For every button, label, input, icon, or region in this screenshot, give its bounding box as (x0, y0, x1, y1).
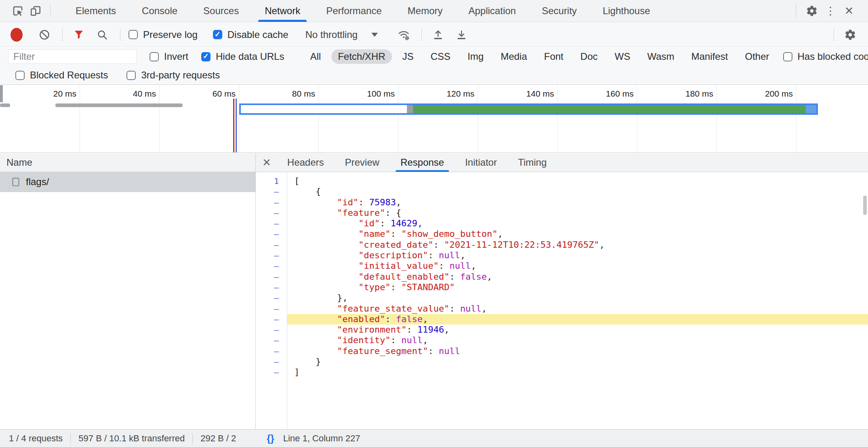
network-overview-timeline[interactable]: 20 ms 40 ms 60 ms 80 ms 100 ms 120 ms 14… (0, 85, 868, 153)
gutter-line-marker[interactable]: – (256, 314, 287, 325)
gear-icon (844, 29, 856, 41)
gutter-line-marker[interactable]: – (256, 218, 287, 229)
tab-lighthouse[interactable]: Lighthouse (600, 0, 652, 22)
request-row-flags[interactable]: flags/ (0, 172, 255, 192)
third-party-requests-checkbox[interactable]: 3rd-party requests (126, 70, 220, 81)
invert-label: Invert (164, 51, 188, 62)
disable-cache-checkbox[interactable]: Disable cache (213, 29, 289, 40)
filter-pill-media[interactable]: Media (494, 49, 533, 64)
blocked-requests-checkbox[interactable]: Blocked Requests (15, 70, 108, 81)
import-har-button[interactable] (430, 27, 446, 43)
gutter-line-marker[interactable]: – (256, 293, 287, 303)
tab-application[interactable]: Application (466, 0, 518, 22)
throttling-dropdown[interactable]: No throttling (305, 29, 377, 40)
gutter-line-marker[interactable]: – (256, 208, 287, 218)
vertical-scrollbar[interactable] (863, 196, 867, 215)
checkbox-unchecked (783, 52, 792, 61)
timeline-tick-label: 20 ms (28, 89, 76, 99)
inspect-element-button[interactable] (9, 2, 27, 20)
code-line: "feature": { (287, 208, 868, 218)
tab-preview[interactable]: Preview (343, 153, 382, 172)
divider (192, 433, 193, 444)
tab-initiator[interactable]: Initiator (463, 153, 499, 172)
timeline-tick-label: 200 ms (744, 89, 793, 99)
waterfall-segment-gray (407, 105, 413, 113)
timeline-gridline (637, 85, 637, 152)
hide-data-urls-checkbox[interactable]: Hide data URLs (201, 51, 284, 62)
tab-memory[interactable]: Memory (405, 0, 445, 22)
gutter-line-marker[interactable]: – (256, 282, 287, 293)
requests-panel: Name flags/ (0, 153, 256, 429)
filter-input[interactable] (8, 49, 137, 64)
filter-toggle-button[interactable] (71, 27, 87, 43)
filter-pill-fetch-xhr[interactable]: Fetch/XHR (331, 49, 392, 64)
filter-pill-css[interactable]: CSS (424, 49, 457, 64)
code-line: { (287, 186, 868, 197)
clear-icon (38, 29, 51, 41)
gutter-line-marker[interactable]: – (256, 325, 287, 335)
has-blocked-cookies-checkbox[interactable]: Has blocked cookies (783, 51, 868, 62)
tab-response[interactable]: Response (398, 153, 447, 172)
tab-timing[interactable]: Timing (516, 153, 549, 172)
tab-security[interactable]: Security (539, 0, 579, 22)
gutter-line-marker[interactable]: – (256, 197, 287, 208)
gutter-line-marker[interactable]: – (256, 272, 287, 282)
has-blocked-cookies-label: Has blocked cookies (798, 51, 868, 62)
status-bar: 1 / 4 requests 597 B / 10.1 kB transferr… (0, 429, 868, 447)
gutter-line-marker[interactable]: – (256, 240, 287, 250)
gutter-line-marker[interactable]: – (256, 346, 287, 356)
close-details-button[interactable]: ✕ (256, 156, 277, 169)
waterfall-bar-other[interactable] (55, 103, 183, 107)
waterfall-bar-selected[interactable] (239, 103, 818, 115)
code-line: "id": 14629, (287, 218, 868, 229)
clear-network-log-button[interactable] (36, 27, 53, 43)
preserve-log-checkbox[interactable]: Preserve log (129, 29, 198, 40)
gutter-line-marker[interactable]: – (256, 304, 287, 314)
close-devtools-button[interactable]: ✕ (840, 2, 858, 20)
tab-performance[interactable]: Performance (324, 0, 384, 22)
gutter-line-marker[interactable]: – (256, 250, 287, 261)
name-column-header[interactable]: Name (0, 153, 255, 172)
tab-network[interactable]: Network (262, 0, 303, 22)
more-options-button[interactable]: ⋮ (821, 2, 840, 20)
gutter-line-marker[interactable]: – (256, 261, 287, 271)
waterfall-bar-other[interactable] (0, 103, 10, 107)
checkbox-unchecked (126, 71, 136, 80)
response-body-view[interactable]: 1–––––––––––––––––– [ { "id": 75983, "fe… (256, 173, 868, 429)
timeline-tick-label: 120 ms (426, 89, 474, 99)
filter-pill-js[interactable]: JS (396, 49, 420, 64)
timeline-gridline (318, 85, 319, 152)
tab-console[interactable]: Console (139, 0, 180, 22)
tab-headers[interactable]: Headers (285, 153, 327, 172)
gutter-line-marker[interactable]: – (256, 229, 287, 239)
network-settings-button[interactable] (842, 27, 858, 43)
code-line: } (287, 356, 868, 367)
filter-pill-manifest[interactable]: Manifest (685, 49, 735, 64)
tab-sources[interactable]: Sources (201, 0, 241, 22)
invert-checkbox[interactable]: Invert (150, 51, 188, 62)
pretty-print-button[interactable]: {} (267, 433, 274, 444)
filter-pill-font[interactable]: Font (537, 49, 570, 64)
gutter-line-marker[interactable]: – (256, 186, 287, 197)
settings-button[interactable] (803, 2, 821, 20)
device-toolbar-button[interactable] (27, 2, 44, 20)
filter-pill-all[interactable]: All (303, 49, 327, 64)
request-name: flags/ (26, 176, 49, 188)
upload-arrow-icon (432, 29, 444, 41)
filter-pill-wasm[interactable]: Wasm (641, 49, 681, 64)
network-conditions-button[interactable] (396, 27, 412, 43)
panel-tabs: Elements Console Sources Network Perform… (63, 0, 663, 22)
export-har-button[interactable] (453, 27, 470, 43)
gutter-line-marker[interactable]: – (256, 356, 287, 367)
record-network-log-button[interactable] (11, 28, 23, 42)
tab-elements[interactable]: Elements (73, 0, 118, 22)
gutter-line-marker[interactable]: – (256, 367, 287, 377)
filter-pill-ws[interactable]: WS (608, 49, 637, 64)
gutter-line-marker[interactable]: – (256, 335, 287, 346)
name-header-label: Name (6, 157, 32, 168)
search-button[interactable] (94, 27, 110, 43)
filter-pill-other[interactable]: Other (738, 49, 775, 64)
filter-pill-doc[interactable]: Doc (574, 49, 604, 64)
gutter-line-marker[interactable]: 1 (256, 176, 287, 186)
filter-pill-img[interactable]: Img (461, 49, 490, 64)
